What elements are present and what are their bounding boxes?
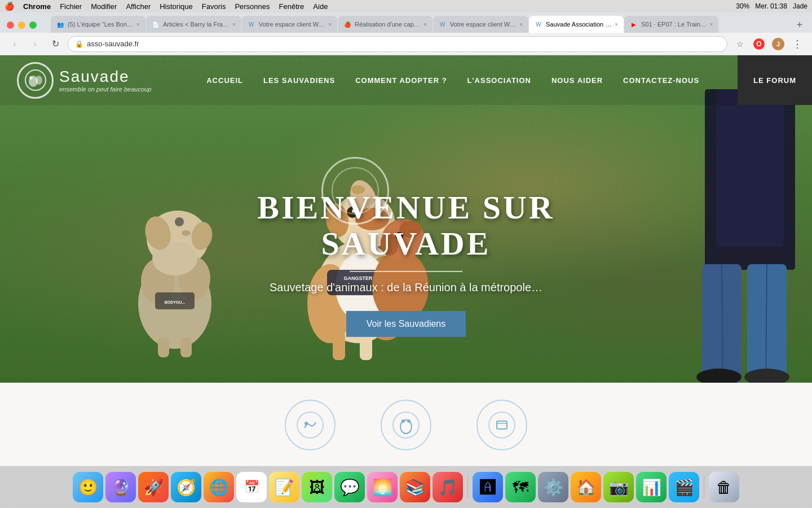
dock-trash[interactable]: 🗑: [709, 472, 739, 502]
tab-7-favicon: ▶: [630, 20, 638, 28]
tab-4[interactable]: 🍎 Réalisation d'une cap… ×: [338, 16, 433, 33]
tab-7[interactable]: ▶ S01 · EP07 : Le Train… ×: [624, 16, 718, 33]
menu-icon[interactable]: ⋮: [789, 36, 805, 52]
dock-calendar[interactable]: 📅: [236, 472, 267, 502]
svg-point-48: [29, 76, 33, 80]
logo-text: Sauvade ensemble on peut faire beaucoup: [59, 68, 151, 93]
dock-messages[interactable]: 💬: [334, 472, 365, 502]
circle-icon-3: [476, 400, 527, 450]
menu-personnes[interactable]: Personnes: [235, 2, 270, 11]
tab-3[interactable]: W Votre espace client W… ×: [242, 16, 337, 33]
nav-forum[interactable]: LE FORUM: [738, 55, 812, 105]
dock-photos2[interactable]: 📷: [603, 472, 634, 502]
new-tab-button[interactable]: +: [792, 17, 807, 33]
svg-rect-56: [497, 421, 507, 429]
tab-2-close[interactable]: ×: [232, 21, 236, 28]
tab-5[interactable]: W Votre espace client W… ×: [433, 16, 528, 33]
tab-6-title: Sauvade Association …: [546, 21, 611, 28]
opera-icon[interactable]: O: [751, 36, 767, 52]
browser-toolbar: ‹ › ↻ 🔒 asso-sauvade.fr ☆ O J ⋮: [0, 33, 812, 55]
dock-imovie[interactable]: 🎬: [669, 472, 699, 502]
user-icon[interactable]: Jade: [793, 2, 807, 10]
reload-button[interactable]: ↻: [47, 36, 63, 52]
svg-point-50: [304, 422, 308, 425]
dock-preview[interactable]: 🖼: [302, 472, 332, 502]
nav-contact[interactable]: CONTACTEZ-NOUS: [623, 76, 699, 85]
macos-menubar: 🍎 Chrome Fichier Modifier Afficher Histo…: [0, 0, 812, 12]
minimize-button[interactable]: [18, 21, 25, 29]
close-button[interactable]: [7, 21, 14, 29]
tab-bar: 👥 (5) L'équipe "Les Bon… × 📄 Articles < …: [0, 12, 812, 33]
tab-7-close[interactable]: ×: [710, 21, 713, 28]
battery-status: 30%: [736, 2, 749, 10]
dock-home[interactable]: 🏠: [571, 472, 601, 502]
dock-chrome[interactable]: 🌐: [204, 472, 234, 502]
dock-notes[interactable]: 📝: [269, 472, 299, 502]
browser-frame: 👥 (5) L'équipe "Les Bon… × 📄 Articles < …: [0, 12, 812, 508]
back-button[interactable]: ‹: [7, 36, 23, 52]
logo-circle-decoration: [321, 157, 389, 225]
hero-cta-button[interactable]: Voir les Sauvadiens: [346, 310, 466, 336]
tab-1[interactable]: 👥 (5) L'équipe "Les Bon… ×: [51, 16, 145, 33]
tab-6-favicon: W: [535, 20, 542, 28]
dock-books[interactable]: 📚: [400, 472, 430, 502]
dock-siri[interactable]: 🔮: [105, 472, 136, 502]
svg-point-55: [489, 412, 515, 438]
opera-logo: O: [753, 38, 765, 50]
menubar-right: 30% Mer. 01:38 Jade: [736, 2, 807, 10]
menu-favoris[interactable]: Favoris: [202, 2, 226, 11]
address-bar[interactable]: 🔒 asso-sauvade.fr: [68, 36, 727, 52]
logo-name: Sauvade: [59, 68, 151, 86]
nav-association[interactable]: L'ASSOCIATION: [467, 76, 531, 85]
nav-links: ACCUEIL LES SAUVADIENS COMMENT ADOPTER ?…: [168, 76, 738, 85]
menu-historique[interactable]: Historique: [160, 2, 193, 11]
bookmark-star-icon[interactable]: ☆: [732, 36, 748, 52]
tab-3-title: Votre espace client W…: [259, 21, 325, 28]
site-nav: Sauvade ensemble on peut faire beaucoup …: [0, 55, 812, 105]
toolbar-right: ☆ O J ⋮: [732, 36, 805, 52]
dock-appstore[interactable]: 🅰: [473, 472, 503, 502]
hero-divider: [350, 270, 462, 271]
tab-5-close[interactable]: ×: [519, 21, 523, 28]
menu-chrome[interactable]: Chrome: [23, 2, 51, 11]
svg-point-51: [393, 412, 419, 438]
dock-photos[interactable]: 🌅: [367, 472, 398, 502]
tab-5-favicon: W: [439, 20, 447, 28]
maximize-button[interactable]: [29, 21, 37, 29]
dock-finder[interactable]: 🙂: [73, 472, 103, 502]
tab-6[interactable]: W Sauvade Association … ×: [529, 16, 624, 33]
tab-2[interactable]: 📄 Articles < Barry la Fra… ×: [146, 16, 241, 33]
tab-4-close[interactable]: ×: [423, 21, 427, 28]
tab-5-title: Votre espace client W…: [450, 21, 516, 28]
tab-6-close[interactable]: ×: [615, 21, 618, 28]
tab-2-favicon: 📄: [152, 20, 160, 28]
nav-adopter[interactable]: COMMENT ADOPTER ?: [355, 76, 447, 85]
website-content: BODYGU...: [0, 55, 812, 508]
circle-icon-2: [381, 400, 431, 450]
tab-3-close[interactable]: ×: [328, 21, 332, 28]
nav-sauvadiens[interactable]: LES SAUVADIENS: [263, 76, 335, 85]
forward-button[interactable]: ›: [27, 36, 43, 52]
tab-3-favicon: W: [248, 20, 255, 28]
circle-item-3: [476, 400, 527, 450]
tab-1-close[interactable]: ×: [136, 21, 140, 28]
menu-fichier[interactable]: Fichier: [60, 2, 82, 11]
dock-launchpad[interactable]: 🚀: [138, 472, 169, 502]
menu-fenetre[interactable]: Fenêtre: [279, 2, 304, 11]
nav-accueil[interactable]: ACCUEIL: [206, 76, 243, 85]
svg-point-54: [407, 419, 411, 423]
menu-aide[interactable]: Aide: [313, 2, 328, 11]
dock-maps[interactable]: 🗺: [505, 472, 536, 502]
dock-safari[interactable]: 🧭: [171, 472, 201, 502]
dock-numbers[interactable]: 📊: [636, 472, 667, 502]
tab-2-title: Articles < Barry la Fra…: [163, 21, 229, 28]
dock-systemprefs[interactable]: ⚙️: [538, 472, 568, 502]
dock-music[interactable]: 🎵: [433, 472, 463, 502]
apple-menu-icon[interactable]: 🍎: [5, 2, 14, 11]
menu-afficher[interactable]: Afficher: [126, 2, 151, 11]
extensions-icon[interactable]: J: [770, 36, 786, 52]
menu-modifier[interactable]: Modifier: [91, 2, 117, 11]
nav-aider[interactable]: NOUS AIDER: [551, 76, 603, 85]
svg-point-47: [36, 76, 42, 85]
svg-rect-38: [716, 89, 784, 247]
